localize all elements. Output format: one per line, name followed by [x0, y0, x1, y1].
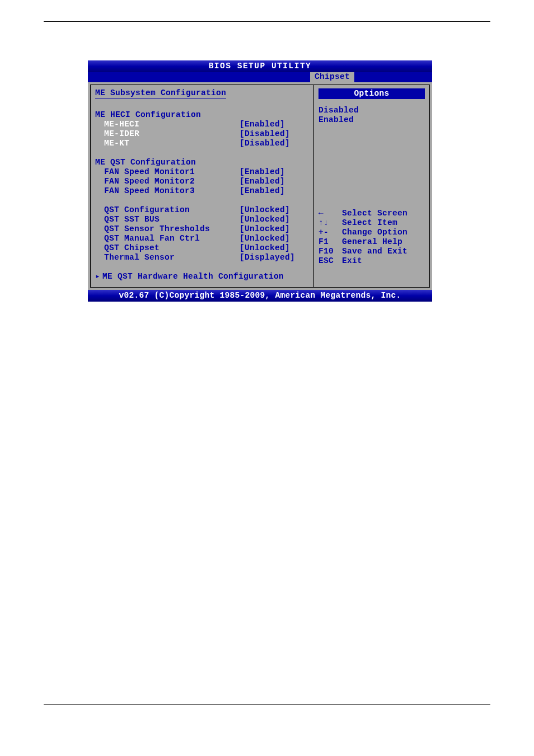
help-select-screen: ← Select Screen: [318, 209, 425, 218]
help-exit: ESC Exit: [318, 256, 425, 266]
footer-copyright: v02.67 (C)Copyright 1985-2009, American …: [88, 290, 432, 302]
value: [Unlocked]: [240, 215, 309, 224]
bios-window: BIOS SETUP UTILITY Chipset ME Subsystem …: [88, 60, 432, 302]
option-fan-speed-3[interactable]: FAN Speed Monitor3 [Enabled]: [95, 186, 309, 196]
label: ME-HECI: [104, 120, 240, 129]
value: [Disabled]: [240, 129, 309, 139]
label: FAN Speed Monitor2: [104, 177, 240, 186]
option-qst-chipset[interactable]: QST Chipset [Unlocked]: [95, 243, 309, 253]
page-divider-bottom: [44, 704, 490, 705]
value: [Enabled]: [240, 120, 309, 129]
submenu-qst-hw-health[interactable]: ▸ ME QST Hardware Health Configuration: [95, 272, 309, 281]
label: ME-KT: [104, 139, 240, 148]
label: QST Chipset: [104, 243, 240, 253]
value: [Unlocked]: [240, 224, 309, 234]
label: Thermal Sensor: [104, 253, 240, 262]
key: ↑↓: [318, 218, 342, 228]
tab-chipset[interactable]: Chipset: [310, 72, 354, 82]
text: Save and Exit: [342, 247, 407, 256]
key: +-: [318, 228, 342, 237]
label: ME QST Hardware Health Configuration: [102, 272, 284, 281]
value: [Unlocked]: [240, 243, 309, 253]
right-pane: Options Disabled Enabled ← Select Screen…: [314, 84, 430, 288]
option-thermal-sensor[interactable]: Thermal Sensor [Displayed]: [95, 253, 309, 262]
spacer: [318, 125, 425, 209]
option-me-ider[interactable]: ME-IDER [Disabled]: [95, 129, 309, 139]
help-general-help: F1 General Help: [318, 237, 425, 247]
label: QST Configuration: [104, 205, 240, 215]
label: ME QST Configuration: [95, 158, 231, 167]
options-header: Options: [318, 88, 425, 99]
key: ESC: [318, 256, 342, 266]
option-qst-sst-bus[interactable]: QST SST BUS [Unlocked]: [95, 215, 309, 224]
value: [Disabled]: [240, 139, 309, 148]
spacer: [95, 196, 309, 205]
text: Change Option: [342, 228, 407, 237]
spacer: [95, 262, 309, 272]
option-qst-manual-fan[interactable]: QST Manual Fan Ctrl [Unlocked]: [95, 234, 309, 243]
label: ME HECI Configuration: [95, 110, 231, 120]
label: FAN Speed Monitor3: [104, 186, 240, 196]
key: ←: [318, 209, 342, 218]
value: [Enabled]: [240, 177, 309, 186]
option-me-heci[interactable]: ME-HECI [Enabled]: [95, 120, 309, 129]
label: QST Manual Fan Ctrl: [104, 234, 240, 243]
spacer: [95, 101, 309, 110]
section-title: ME Subsystem Configuration: [95, 88, 226, 98]
key: F1: [318, 237, 342, 247]
value: [Unlocked]: [240, 234, 309, 243]
value: [Enabled]: [240, 167, 309, 177]
value: [Displayed]: [240, 253, 309, 262]
label: QST Sensor Thresholds: [104, 224, 240, 234]
option-qst-config[interactable]: QST Configuration [Unlocked]: [95, 205, 309, 215]
help-save-exit: F10 Save and Exit: [318, 247, 425, 256]
option-fan-speed-2[interactable]: FAN Speed Monitor2 [Enabled]: [95, 177, 309, 186]
text: General Help: [342, 237, 402, 247]
left-pane: ME Subsystem Configuration ME HECI Confi…: [90, 84, 314, 288]
tab-spacer: [88, 72, 310, 82]
help-select-item: ↑↓ Select Item: [318, 218, 425, 228]
text: Select Screen: [342, 209, 407, 218]
label: FAN Speed Monitor1: [104, 167, 240, 177]
main-area: ME Subsystem Configuration ME HECI Confi…: [88, 82, 432, 290]
window-title: BIOS SETUP UTILITY: [88, 60, 432, 72]
option-value-disabled[interactable]: Disabled: [318, 106, 425, 115]
triangle-right-icon: ▸: [95, 272, 100, 281]
label: ME-IDER: [104, 129, 240, 139]
qst-header: ME QST Configuration: [95, 158, 309, 167]
heci-header: ME HECI Configuration: [95, 110, 309, 120]
label: QST SST BUS: [104, 215, 240, 224]
option-qst-sensor-thresholds[interactable]: QST Sensor Thresholds [Unlocked]: [95, 224, 309, 234]
text: Exit: [342, 256, 362, 266]
option-value-enabled[interactable]: Enabled: [318, 115, 425, 125]
option-fan-speed-1[interactable]: FAN Speed Monitor1 [Enabled]: [95, 167, 309, 177]
key: F10: [318, 247, 342, 256]
page-divider-top: [44, 21, 490, 22]
value: [Unlocked]: [240, 205, 309, 215]
value: [Enabled]: [240, 186, 309, 196]
option-me-kt[interactable]: ME-KT [Disabled]: [95, 139, 309, 148]
text: Select Item: [342, 218, 397, 228]
help-change-option: +- Change Option: [318, 228, 425, 237]
spacer: [95, 148, 309, 158]
tab-bar: Chipset: [88, 72, 432, 82]
